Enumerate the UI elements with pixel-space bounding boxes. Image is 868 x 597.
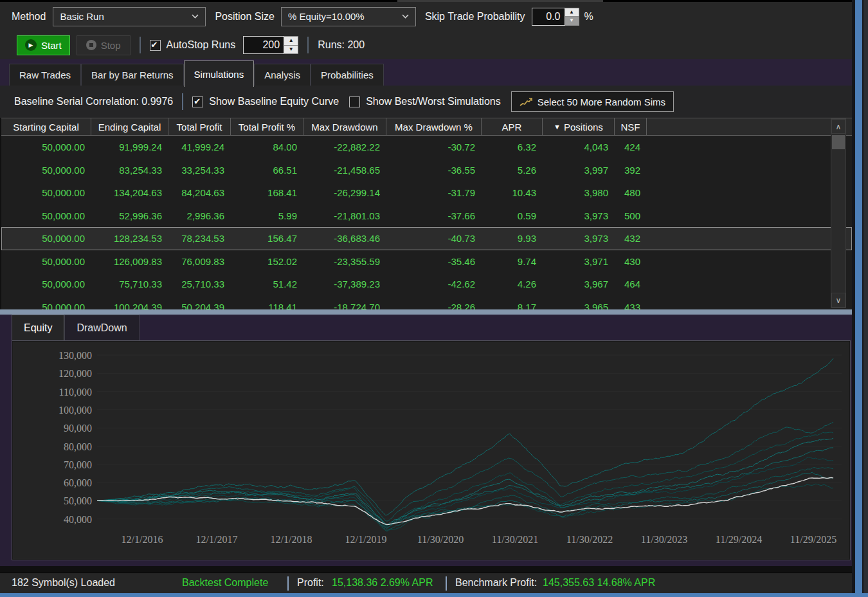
cell: 100,204.39 <box>91 302 168 309</box>
method-label: Method <box>12 11 46 23</box>
spin-up-icon[interactable]: ▲ <box>565 8 579 17</box>
cell: 50,000.00 <box>1 210 91 221</box>
table-scrollbar[interactable]: ∧ ∨ <box>831 118 846 308</box>
show-baseline-checkbox[interactable] <box>192 96 203 107</box>
scrollbar-thumb[interactable] <box>832 135 845 149</box>
column-header-apr[interactable]: APR <box>482 118 543 135</box>
skip-trade-input[interactable]: 0.0 <box>532 8 565 26</box>
cell: 0.59 <box>482 210 543 221</box>
column-header-total-profit-[interactable]: Total Profit % <box>231 118 303 135</box>
table-row[interactable]: 50,000.00126,009.8376,009.83152.02-23,35… <box>1 250 852 273</box>
cell: 10.43 <box>482 187 543 198</box>
spin-down-icon[interactable]: ▼ <box>284 46 298 54</box>
autostop-runs-input[interactable]: 200 <box>243 36 284 54</box>
column-header-nsf[interactable]: NSF <box>615 118 647 135</box>
cell: 75,710.33 <box>91 279 168 289</box>
cell: 3,965 <box>543 302 615 309</box>
stop-button[interactable]: Stop <box>77 35 131 55</box>
benchmark-profit-label: Benchmark Profit: <box>455 577 537 589</box>
cell: 156.47 <box>231 233 303 244</box>
cell: 50,000.00 <box>1 256 91 267</box>
table-row[interactable]: 50,000.0075,710.3325,710.3351.42-37,389.… <box>1 273 852 296</box>
table-row[interactable]: 50,000.0083,254.3333,254.3366.51-21,458.… <box>1 159 852 182</box>
runs-count-label: Runs: 200 <box>318 39 365 51</box>
cell: 430 <box>615 256 647 267</box>
y-axis-tick-label: 100,000 <box>59 405 92 416</box>
toolbar-separator <box>182 93 183 110</box>
column-header-ending-capital[interactable]: Ending Capital <box>91 118 168 135</box>
skip-trade-label: Skip Trade Probability <box>425 11 525 23</box>
tab-drawdown[interactable]: DrawDown <box>64 315 139 340</box>
equity-curve-sim-9 <box>97 448 833 526</box>
backtest-status: Backtest Complete <box>182 577 268 589</box>
tab-raw-trades[interactable]: Raw Trades <box>9 64 81 86</box>
cell: -26,299.14 <box>303 187 386 198</box>
cell: 3,980 <box>543 187 615 198</box>
tab-equity[interactable]: Equity <box>12 315 64 340</box>
chevron-down-icon <box>402 14 409 19</box>
simulations-toolbar: Baseline Serial Correlation: 0.9976 Show… <box>0 86 852 118</box>
cell: -36,683.46 <box>303 233 386 244</box>
stop-icon <box>86 40 96 50</box>
tab-analysis[interactable]: Analysis <box>254 64 311 86</box>
column-header-max-drawdown-[interactable]: Max Drawdown % <box>386 118 482 135</box>
status-separator <box>446 576 447 591</box>
cell: 433 <box>615 302 647 309</box>
cell: -22,882.22 <box>303 142 386 152</box>
y-axis-tick-label: 40,000 <box>64 514 92 525</box>
cell: -21,458.65 <box>303 165 386 176</box>
cell: 500 <box>615 210 647 221</box>
toolbar-separator <box>307 37 309 53</box>
backtest-window: Method Basic Run Position Size % Equity=… <box>0 0 868 597</box>
start-button[interactable]: ▶ Start <box>17 35 70 55</box>
table-row[interactable]: 50,000.00134,204.6384,204.63168.41-26,29… <box>1 181 852 205</box>
show-bestworst-checkbox[interactable] <box>349 96 360 107</box>
cell: -18,724.70 <box>303 302 386 309</box>
panel-splitter[interactable] <box>0 309 852 315</box>
autostop-checkbox[interactable] <box>150 40 161 51</box>
y-axis-tick-label: 60,000 <box>64 477 92 488</box>
column-header-starting-capital[interactable]: Starting Capital <box>1 118 91 135</box>
cell: -40.73 <box>386 233 482 244</box>
scroll-up-icon[interactable]: ∧ <box>831 119 845 134</box>
tab-simulations[interactable]: Simulations <box>184 60 255 87</box>
show-bestworst-label: Show Best/Worst Simulations <box>366 96 501 107</box>
tab-bar-by-bar-returns[interactable]: Bar by Bar Returns <box>81 64 184 86</box>
equity-chart: 130,000120,000110,000100,00090,00080,000… <box>12 341 850 558</box>
cell: 50,000.00 <box>1 187 91 198</box>
position-size-label: Position Size <box>215 11 275 23</box>
spin-up-icon[interactable]: ▲ <box>284 37 298 46</box>
background-window-edge <box>863 0 868 593</box>
cell: -37.66 <box>386 210 482 221</box>
cell: -35.46 <box>386 256 482 267</box>
table-row[interactable]: 50,000.0091,999.2441,999.2484.00-22,882.… <box>1 136 852 159</box>
scroll-down-icon[interactable]: ∨ <box>831 293 845 308</box>
cell: 152.02 <box>231 256 303 267</box>
x-axis-tick-label: 12/1/2017 <box>196 534 238 545</box>
x-axis-tick-label: 11/29/2025 <box>790 534 836 545</box>
table-row[interactable]: 50,000.0052,996.362,996.365.99-21,801.03… <box>1 205 852 228</box>
position-size-select[interactable]: % Equity=10.00% <box>281 7 416 26</box>
baseline-correlation-label: Baseline Serial Correlation: 0.9976 <box>14 96 173 107</box>
cell: 91,999.24 <box>91 142 168 152</box>
status-bar: 182 Symbol(s) Loaded Backtest Complete P… <box>0 573 852 593</box>
column-header-positions[interactable]: ▼Positions <box>543 118 615 135</box>
column-header-total-profit[interactable]: Total Profit <box>168 118 231 135</box>
table-row[interactable]: 50,000.00100,204.3950,204.39118.41-18,72… <box>1 296 852 310</box>
cell: 5.26 <box>482 165 543 176</box>
x-axis-tick-label: 11/30/2020 <box>417 534 464 545</box>
select-more-sims-button[interactable]: Select 50 More Random Sims <box>511 91 674 112</box>
x-axis-tick-label: 12/1/2018 <box>271 534 312 545</box>
cell: 3,997 <box>543 165 615 176</box>
tab-probabilities[interactable]: Probabilities <box>311 64 384 86</box>
spin-down-icon[interactable]: ▼ <box>565 17 579 25</box>
column-header-max-drawdown[interactable]: Max Drawdown <box>303 118 386 135</box>
method-select[interactable]: Basic Run <box>53 7 206 26</box>
y-axis-tick-label: 110,000 <box>59 387 92 398</box>
equity-chart-panel: 130,000120,000110,000100,00090,00080,000… <box>12 340 851 560</box>
table-row[interactable]: 50,000.00128,234.5378,234.53156.47-36,68… <box>1 227 852 250</box>
chart-area: Equity DrawDown 130,000120,000110,000100… <box>0 315 852 566</box>
show-baseline-label: Show Baseline Equity Curve <box>209 96 339 107</box>
sparkline-icon <box>520 97 532 107</box>
y-axis-tick-label: 50,000 <box>64 495 92 506</box>
